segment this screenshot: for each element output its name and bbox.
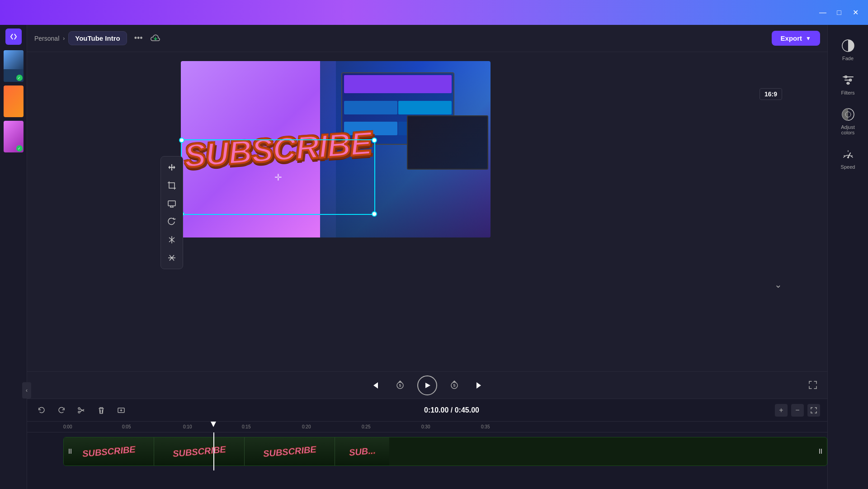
filters-icon xyxy=(840,72,856,88)
track-pause-left[interactable]: ⏸ xyxy=(66,447,74,456)
add-clip-button[interactable] xyxy=(114,403,128,418)
export-button[interactable]: Export ▼ xyxy=(772,31,820,46)
main-wrapper: ✓ ✓ ‹ Personal › YouTube Intro ••• xyxy=(0,25,868,489)
center-content: Personal › YouTube Intro ••• Export ▼ xyxy=(27,25,827,489)
thumb-check-1: ✓ xyxy=(16,75,23,81)
crop-tool-button[interactable] xyxy=(164,177,180,194)
ruler-mark-3: 0:15 xyxy=(242,424,250,429)
adjust-colors-label: Adjust colors xyxy=(835,124,861,135)
fade-label: Fade xyxy=(842,56,854,61)
breadcrumb-arrow-icon: › xyxy=(63,35,65,42)
resize-tool-button[interactable] xyxy=(164,159,180,176)
right-panel: Fade Filters Adjust color xyxy=(827,25,868,489)
ruler-mark-6: 0:30 xyxy=(421,424,430,429)
minimize-button[interactable]: — xyxy=(817,7,828,18)
play-button[interactable] xyxy=(417,375,437,395)
track-area: ⏸ SUBSCRIBE SUBSCRIBE SUBSCRIBE xyxy=(27,432,827,470)
playback-controls: 5 5 xyxy=(27,371,827,399)
more-options-button[interactable]: ••• xyxy=(134,33,143,43)
tool-panel xyxy=(160,156,183,269)
panel-collapse-chevron[interactable]: ⌄ xyxy=(774,279,782,290)
flip-v-tool-button[interactable] xyxy=(164,232,180,248)
timeline-toolbar: 0:10.00 / 0:45.00 + − xyxy=(27,399,827,422)
thumbnail-item-2[interactable] xyxy=(4,85,24,117)
thumbnail-item-3[interactable]: ✓ xyxy=(4,121,24,152)
timecode-display: 0:10.00 / 0:45.00 xyxy=(134,406,769,414)
ruler-mark-5: 0:25 xyxy=(362,424,370,429)
timeline-ruler: 0:00 0:05 0:10 0:15 0:20 0:25 0:30 0:35 xyxy=(27,422,827,432)
zoom-out-button[interactable]: − xyxy=(791,404,804,417)
rotate-tool-button[interactable] xyxy=(164,214,180,230)
svg-rect-0 xyxy=(169,183,175,188)
fade-icon xyxy=(840,38,856,54)
timeline-zoom-controls: + − xyxy=(775,404,820,417)
track-clip-3[interactable]: SUBSCRIBE xyxy=(245,437,335,465)
undo-button[interactable] xyxy=(34,403,49,418)
svg-point-11 xyxy=(847,157,849,158)
project-title[interactable]: YouTube Intro xyxy=(68,31,127,45)
fullscreen-button[interactable] xyxy=(806,378,820,392)
track-clip-2[interactable]: SUBSCRIBE xyxy=(154,437,245,465)
filters-label: Filters xyxy=(841,90,855,95)
ruler-mark-1: 0:05 xyxy=(122,424,131,429)
adjust-colors-tool[interactable]: Adjust colors xyxy=(832,103,864,139)
speed-icon xyxy=(840,146,856,162)
header-bar: Personal › YouTube Intro ••• Export ▼ xyxy=(27,25,827,52)
track-clip-4[interactable]: SUB... xyxy=(335,437,389,465)
ruler-mark-4: 0:20 xyxy=(302,424,311,429)
thumb-check-3: ✓ xyxy=(16,145,23,152)
collapse-sidebar-button[interactable]: ‹ xyxy=(22,382,31,399)
maximize-button[interactable]: □ xyxy=(834,7,844,18)
title-bar: — □ ✕ xyxy=(0,0,868,25)
track-pause-right[interactable]: ⏸ xyxy=(817,447,824,456)
redo-button[interactable] xyxy=(54,403,69,418)
fade-tool[interactable]: Fade xyxy=(832,34,864,65)
filters-tool[interactable]: Filters xyxy=(832,68,864,99)
thumbnail-sidebar: ✓ ✓ ‹ xyxy=(0,25,27,489)
svg-rect-1 xyxy=(168,201,175,206)
rewind-5s-button[interactable]: 5 xyxy=(392,377,408,394)
subscribe-text: SUBSCRIBE xyxy=(183,124,373,175)
breadcrumb: Personal › YouTube Intro xyxy=(34,31,127,45)
close-button[interactable]: ✕ xyxy=(850,7,861,18)
playhead-ruler-marker xyxy=(211,422,216,427)
adjust-colors-icon xyxy=(840,106,856,123)
subscribe-text-overlay: SUBSCRIBE xyxy=(181,61,375,237)
video-track[interactable]: ⏸ SUBSCRIBE SUBSCRIBE SUBSCRIBE xyxy=(63,437,827,466)
zoom-in-button[interactable]: + xyxy=(775,404,788,417)
forward-5s-button[interactable]: 5 xyxy=(446,377,462,394)
ruler-mark-7: 0:35 xyxy=(481,424,490,429)
ruler-mark-2: 0:10 xyxy=(183,424,192,429)
timeline-section: 0:10.00 / 0:45.00 + − 0:00 xyxy=(27,399,827,489)
video-preview-area: SUBSCRIBE ✛ 16:9 ⌄ xyxy=(27,52,827,399)
zoom-fit-button[interactable] xyxy=(807,404,820,417)
breadcrumb-personal[interactable]: Personal xyxy=(34,35,59,42)
svg-point-2 xyxy=(78,408,80,409)
delete-button[interactable] xyxy=(94,403,108,418)
svg-point-3 xyxy=(78,411,80,413)
speed-tool[interactable]: Speed xyxy=(832,142,864,173)
scissors-button[interactable] xyxy=(74,403,89,418)
track-clip-1[interactable]: SUBSCRIBE xyxy=(64,437,154,465)
cloud-sync-button[interactable] xyxy=(148,31,163,46)
flip-h-tool-button[interactable] xyxy=(164,250,180,266)
timeline-content: 0:00 0:05 0:10 0:15 0:20 0:25 0:30 0:35 xyxy=(27,422,827,489)
expand-sidebar-button[interactable] xyxy=(5,28,22,45)
aspect-ratio-badge: 16:9 xyxy=(760,88,782,100)
display-tool-button[interactable] xyxy=(164,195,180,212)
thumbnail-item-1[interactable]: ✓ xyxy=(4,50,24,82)
ruler-mark-0: 0:00 xyxy=(63,424,72,429)
skip-to-end-button[interactable] xyxy=(472,377,488,394)
export-dropdown-arrow: ▼ xyxy=(806,35,811,42)
speed-label: Speed xyxy=(841,164,855,170)
skip-to-start-button[interactable] xyxy=(367,377,383,394)
